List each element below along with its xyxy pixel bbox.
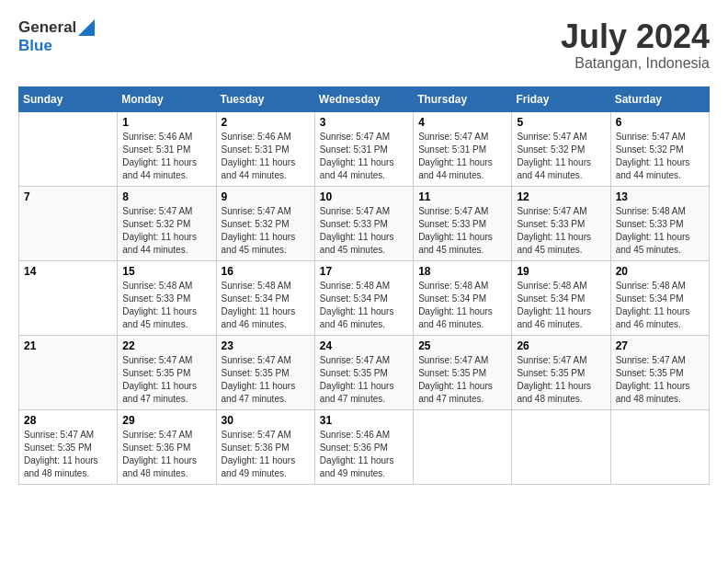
header-row: Sunday Monday Tuesday Wednesday Thursday… bbox=[19, 86, 710, 111]
col-saturday: Saturday bbox=[610, 86, 709, 111]
calendar-cell: 1Sunrise: 5:46 AM Sunset: 5:31 PM Daylig… bbox=[118, 111, 216, 186]
day-number: 20 bbox=[616, 265, 704, 278]
day-number: 15 bbox=[122, 265, 210, 278]
logo: General Blue bbox=[18, 18, 95, 56]
calendar-cell: 17Sunrise: 5:48 AM Sunset: 5:34 PM Dayli… bbox=[314, 260, 413, 335]
day-info: Sunrise: 5:47 AM Sunset: 5:31 PM Dayligh… bbox=[418, 131, 506, 182]
day-number: 4 bbox=[418, 116, 506, 129]
logo-arrow-icon bbox=[78, 19, 95, 36]
calendar-cell: 2Sunrise: 5:46 AM Sunset: 5:31 PM Daylig… bbox=[216, 111, 314, 186]
day-number: 12 bbox=[517, 190, 605, 203]
day-number: 17 bbox=[320, 265, 408, 278]
day-info: Sunrise: 5:47 AM Sunset: 5:32 PM Dayligh… bbox=[222, 205, 310, 257]
col-thursday: Thursday bbox=[414, 86, 512, 111]
day-info: Sunrise: 5:47 AM Sunset: 5:35 PM Dayligh… bbox=[122, 354, 210, 406]
page-header: General Blue July 2024 Batangan, Indones… bbox=[18, 18, 710, 72]
calendar-cell: 22Sunrise: 5:47 AM Sunset: 5:35 PM Dayli… bbox=[118, 335, 216, 409]
day-number: 9 bbox=[222, 190, 310, 203]
day-number: 8 bbox=[122, 190, 210, 203]
calendar-cell: 16Sunrise: 5:48 AM Sunset: 5:34 PM Dayli… bbox=[216, 260, 314, 335]
day-number: 19 bbox=[517, 265, 605, 278]
calendar-cell: 21 bbox=[19, 335, 118, 409]
calendar-cell: 14 bbox=[19, 260, 118, 335]
col-monday: Monday bbox=[118, 86, 216, 111]
day-number: 30 bbox=[222, 414, 310, 427]
calendar-cell: 30Sunrise: 5:47 AM Sunset: 5:36 PM Dayli… bbox=[216, 409, 314, 484]
calendar-cell: 29Sunrise: 5:47 AM Sunset: 5:36 PM Dayli… bbox=[118, 409, 216, 484]
day-number: 28 bbox=[24, 414, 112, 427]
col-wednesday: Wednesday bbox=[314, 86, 413, 111]
day-info: Sunrise: 5:48 AM Sunset: 5:34 PM Dayligh… bbox=[418, 280, 506, 331]
calendar-cell: 4Sunrise: 5:47 AM Sunset: 5:31 PM Daylig… bbox=[414, 111, 512, 186]
calendar-cell: 20Sunrise: 5:48 AM Sunset: 5:34 PM Dayli… bbox=[610, 260, 709, 335]
calendar-cell: 18Sunrise: 5:48 AM Sunset: 5:34 PM Dayli… bbox=[414, 260, 512, 335]
calendar-cell: 19Sunrise: 5:48 AM Sunset: 5:34 PM Dayli… bbox=[512, 260, 610, 335]
day-number: 13 bbox=[616, 190, 704, 203]
col-sunday: Sunday bbox=[19, 86, 118, 111]
calendar-cell bbox=[414, 409, 512, 484]
day-info: Sunrise: 5:48 AM Sunset: 5:33 PM Dayligh… bbox=[122, 280, 210, 331]
svg-marker-0 bbox=[78, 19, 95, 36]
day-info: Sunrise: 5:47 AM Sunset: 5:33 PM Dayligh… bbox=[517, 205, 605, 257]
day-number: 10 bbox=[320, 190, 408, 203]
day-info: Sunrise: 5:47 AM Sunset: 5:35 PM Dayligh… bbox=[517, 354, 605, 406]
day-info: Sunrise: 5:46 AM Sunset: 5:31 PM Dayligh… bbox=[222, 131, 310, 182]
calendar-table: Sunday Monday Tuesday Wednesday Thursday… bbox=[18, 86, 710, 485]
title-block: July 2024 Batangan, Indonesia bbox=[561, 18, 710, 72]
calendar-week-row: 1Sunrise: 5:46 AM Sunset: 5:31 PM Daylig… bbox=[19, 111, 710, 186]
day-info: Sunrise: 5:48 AM Sunset: 5:34 PM Dayligh… bbox=[517, 280, 605, 331]
calendar-week-row: 1415Sunrise: 5:48 AM Sunset: 5:33 PM Day… bbox=[19, 260, 710, 335]
calendar-cell: 8Sunrise: 5:47 AM Sunset: 5:32 PM Daylig… bbox=[118, 186, 216, 260]
calendar-cell: 6Sunrise: 5:47 AM Sunset: 5:32 PM Daylig… bbox=[610, 111, 709, 186]
day-info: Sunrise: 5:48 AM Sunset: 5:33 PM Dayligh… bbox=[616, 205, 704, 257]
calendar-cell bbox=[19, 111, 118, 186]
day-number: 27 bbox=[616, 339, 704, 352]
day-info: Sunrise: 5:47 AM Sunset: 5:35 PM Dayligh… bbox=[616, 354, 704, 406]
calendar-cell: 9Sunrise: 5:47 AM Sunset: 5:32 PM Daylig… bbox=[216, 186, 314, 260]
day-number: 2 bbox=[222, 116, 310, 129]
calendar-cell: 12Sunrise: 5:47 AM Sunset: 5:33 PM Dayli… bbox=[512, 186, 610, 260]
day-info: Sunrise: 5:47 AM Sunset: 5:35 PM Dayligh… bbox=[222, 354, 310, 406]
day-number: 23 bbox=[222, 339, 310, 352]
calendar-cell: 31Sunrise: 5:46 AM Sunset: 5:36 PM Dayli… bbox=[314, 409, 413, 484]
day-info: Sunrise: 5:47 AM Sunset: 5:36 PM Dayligh… bbox=[122, 429, 210, 480]
logo-text-general: General bbox=[18, 18, 76, 37]
day-info: Sunrise: 5:46 AM Sunset: 5:36 PM Dayligh… bbox=[320, 429, 408, 480]
day-info: Sunrise: 5:48 AM Sunset: 5:34 PM Dayligh… bbox=[222, 280, 310, 331]
day-number: 3 bbox=[320, 116, 408, 129]
col-friday: Friday bbox=[512, 86, 610, 111]
month-year-title: July 2024 bbox=[561, 18, 710, 55]
day-info: Sunrise: 5:48 AM Sunset: 5:34 PM Dayligh… bbox=[320, 280, 408, 331]
day-info: Sunrise: 5:47 AM Sunset: 5:35 PM Dayligh… bbox=[418, 354, 506, 406]
calendar-cell: 25Sunrise: 5:47 AM Sunset: 5:35 PM Dayli… bbox=[414, 335, 512, 409]
day-number: 1 bbox=[122, 116, 210, 129]
day-number: 11 bbox=[418, 190, 506, 203]
calendar-cell: 11Sunrise: 5:47 AM Sunset: 5:33 PM Dayli… bbox=[414, 186, 512, 260]
day-info: Sunrise: 5:47 AM Sunset: 5:35 PM Dayligh… bbox=[320, 354, 408, 406]
calendar-week-row: 2122Sunrise: 5:47 AM Sunset: 5:35 PM Day… bbox=[19, 335, 710, 409]
logo-text-blue: Blue bbox=[18, 37, 95, 55]
calendar-cell: 15Sunrise: 5:48 AM Sunset: 5:33 PM Dayli… bbox=[118, 260, 216, 335]
calendar-cell: 26Sunrise: 5:47 AM Sunset: 5:35 PM Dayli… bbox=[512, 335, 610, 409]
calendar-cell: 3Sunrise: 5:47 AM Sunset: 5:31 PM Daylig… bbox=[314, 111, 413, 186]
calendar-cell: 7 bbox=[19, 186, 118, 260]
day-number: 24 bbox=[320, 339, 408, 352]
day-info: Sunrise: 5:47 AM Sunset: 5:36 PM Dayligh… bbox=[222, 429, 310, 480]
col-tuesday: Tuesday bbox=[216, 86, 314, 111]
day-info: Sunrise: 5:47 AM Sunset: 5:33 PM Dayligh… bbox=[320, 205, 408, 257]
calendar-cell: 28Sunrise: 5:47 AM Sunset: 5:35 PM Dayli… bbox=[19, 409, 118, 484]
calendar-cell: 24Sunrise: 5:47 AM Sunset: 5:35 PM Dayli… bbox=[314, 335, 413, 409]
calendar-cell bbox=[512, 409, 610, 484]
day-number: 31 bbox=[320, 414, 408, 427]
calendar-cell: 5Sunrise: 5:47 AM Sunset: 5:32 PM Daylig… bbox=[512, 111, 610, 186]
day-info: Sunrise: 5:47 AM Sunset: 5:32 PM Dayligh… bbox=[616, 131, 704, 182]
calendar-cell: 23Sunrise: 5:47 AM Sunset: 5:35 PM Dayli… bbox=[216, 335, 314, 409]
day-number: 7 bbox=[24, 190, 112, 203]
day-number: 18 bbox=[418, 265, 506, 278]
calendar-cell bbox=[610, 409, 709, 484]
day-number: 14 bbox=[24, 265, 112, 278]
day-info: Sunrise: 5:48 AM Sunset: 5:34 PM Dayligh… bbox=[616, 280, 704, 331]
day-info: Sunrise: 5:47 AM Sunset: 5:31 PM Dayligh… bbox=[320, 131, 408, 182]
day-number: 25 bbox=[418, 339, 506, 352]
day-number: 22 bbox=[122, 339, 210, 352]
